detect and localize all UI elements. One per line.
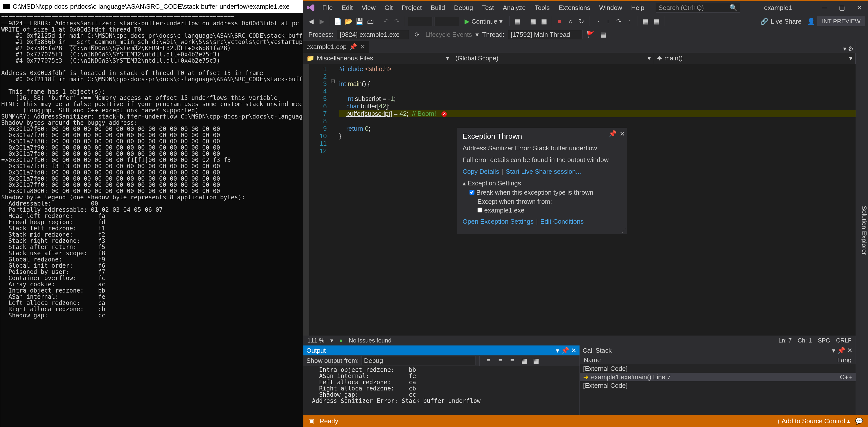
toolbar-btn-4[interactable]: ○ [566, 17, 575, 26]
global-search-input[interactable]: Search (Ctrl+Q) 🔍 [656, 3, 740, 13]
callstack-dropdown-icon[interactable]: ▾ [832, 347, 835, 354]
menu-extensions[interactable]: Extensions [555, 3, 594, 13]
thread-combo[interactable]: [17592] Main Thread [508, 30, 583, 39]
scope-member-combo[interactable]: ◈ main()▾ [654, 53, 856, 64]
menu-help[interactable]: Help [627, 3, 648, 13]
vs-logo-icon[interactable] [303, 0, 318, 15]
callstack-title[interactable]: Call Stack ▾📌✕ [580, 345, 856, 355]
output-body[interactable]: Intra object redzone: bb ASan internal: … [303, 366, 580, 415]
crlf-label[interactable]: CRLF [836, 337, 851, 344]
scope-type-combo[interactable]: (Global Scope)▾ [453, 53, 654, 64]
minimize-button[interactable]: ─ [816, 1, 833, 15]
tab-dropdown-icon[interactable]: ▾ [843, 45, 846, 53]
callstack-row[interactable]: [External Code] [580, 364, 856, 373]
ch-label[interactable]: Ch: 1 [798, 337, 812, 344]
break-checkbox-row[interactable]: Break when this exception type is thrown [469, 189, 593, 196]
scope-project-combo[interactable]: 📁 Miscellaneous Files▾ [303, 53, 453, 64]
notifications-icon[interactable]: 💬 [855, 417, 863, 425]
step-out-button[interactable]: ↑ [625, 17, 634, 26]
nav-forward-button[interactable]: ▶ [317, 17, 327, 26]
maximize-button[interactable]: ▢ [833, 1, 850, 15]
open-button[interactable]: 📂 [344, 17, 353, 26]
restart-button[interactable]: ↻ [577, 17, 586, 26]
ln-label[interactable]: Ln: 7 [778, 337, 792, 344]
menu-build[interactable]: Build [427, 3, 449, 13]
tab-gear-icon[interactable]: ⚙ [848, 45, 854, 53]
step-over-button[interactable]: ↷ [614, 17, 624, 26]
toolbar-btn-6[interactable]: ▦ [652, 17, 661, 26]
output-dropdown-icon[interactable]: ▾ [556, 347, 559, 354]
callstack-pin-icon[interactable]: 📌 [837, 347, 845, 354]
open-exception-settings-link[interactable]: Open Exception Settings [463, 218, 533, 225]
code-editor[interactable]: 123456789101112 - #include <stdio.h> int… [303, 64, 856, 336]
undo-button[interactable]: ↶ [381, 17, 391, 26]
toolbar-btn-1[interactable]: ▦ [513, 17, 522, 26]
menu-view[interactable]: View [358, 3, 380, 13]
start-liveshare-link[interactable]: Start Live Share session... [506, 168, 581, 175]
menu-analyze[interactable]: Analyze [499, 3, 530, 13]
save-button[interactable]: 💾 [355, 17, 364, 26]
platform-combo[interactable] [434, 17, 459, 26]
menu-window[interactable]: Window [595, 3, 626, 13]
step-into-button[interactable]: ↓ [603, 17, 613, 26]
breakpoint-gutter[interactable] [303, 64, 309, 336]
output-btn-2[interactable]: ≡ [496, 356, 505, 365]
menu-git[interactable]: Git [381, 3, 397, 13]
menu-tools[interactable]: Tools [531, 3, 554, 13]
add-source-control[interactable]: ↑ Add to Source Control ▴ [777, 417, 850, 425]
command-prompt-titlebar[interactable]: C:\MSDN\cpp-docs-pr\docs\c-language\ASAN… [0, 0, 303, 13]
menu-debug[interactable]: Debug [450, 3, 477, 13]
feedback-button[interactable]: 👤 [806, 17, 816, 26]
toolbar-btn-3[interactable]: ▦ [539, 17, 549, 26]
flag-button[interactable]: 🚩 [586, 30, 595, 39]
config-combo[interactable] [408, 17, 433, 26]
issues-label[interactable]: No issues found [349, 337, 392, 344]
callstack-close-icon[interactable]: ✕ [847, 347, 852, 354]
save-all-button[interactable]: 🗃 [366, 17, 375, 26]
except-item-row[interactable]: example1.exe [477, 206, 524, 214]
nav-back-button[interactable]: ◀ [306, 17, 316, 26]
zoom-combo[interactable]: 111 % [307, 337, 324, 344]
live-share-button[interactable]: 🔗 Live Share [757, 18, 805, 25]
resize-grip-icon[interactable]: ⋰ [621, 227, 626, 233]
output-btn-5[interactable]: ▦ [531, 356, 541, 365]
break-checkbox[interactable] [469, 190, 474, 195]
process-combo[interactable]: [9824] example1.exe [337, 30, 409, 39]
edit-conditions-link[interactable]: Edit Conditions [540, 218, 584, 225]
close-icon[interactable]: ✕ [619, 130, 625, 138]
callstack-body[interactable]: [External Code] ➜example1.exe!main() Lin… [580, 364, 856, 415]
file-tab-example1[interactable]: example1.cpp 📌 ✕ [303, 41, 369, 53]
close-tab-icon[interactable]: ✕ [360, 43, 366, 51]
redo-button[interactable]: ↷ [392, 17, 402, 26]
output-pin-icon[interactable]: 📌 [561, 347, 569, 354]
fold-gutter[interactable]: - [331, 64, 337, 336]
callstack-header[interactable]: Name Lang [580, 355, 856, 364]
copy-details-link[interactable]: Copy Details [463, 168, 499, 175]
output-btn-3[interactable]: ≡ [507, 356, 517, 365]
toolbar-btn-5[interactable]: ▦ [641, 17, 650, 26]
pin-icon[interactable]: 📌 [609, 130, 617, 138]
output-btn-4[interactable]: ▦ [519, 356, 529, 365]
lifecycle-icon[interactable]: ⟳ [412, 30, 422, 39]
solution-explorer-tab[interactable]: Solution Explorer [860, 206, 868, 255]
callstack-row-active[interactable]: ➜example1.exe!main() Line 7C++ [580, 373, 856, 381]
stack-button[interactable]: ▤ [599, 30, 608, 39]
callstack-row[interactable]: [External Code] [580, 381, 856, 390]
menu-test[interactable]: Test [478, 3, 498, 13]
toolbar-btn-2[interactable]: ▦ [528, 17, 538, 26]
except-item-checkbox[interactable] [477, 207, 483, 212]
pin-tab-icon[interactable]: 📌 [349, 43, 357, 51]
spc-label[interactable]: SPC [818, 337, 830, 344]
error-icon[interactable]: ✕ [441, 111, 447, 117]
menu-project[interactable]: Project [398, 3, 426, 13]
output-btn-1[interactable]: ≡ [484, 356, 493, 365]
continue-button[interactable]: ▶ Continue ▾ [461, 17, 506, 26]
show-next-button[interactable]: → [592, 17, 602, 26]
menu-edit[interactable]: Edit [338, 3, 357, 13]
exception-settings-label[interactable]: Exception Settings [467, 179, 521, 187]
new-project-button[interactable]: 📄 [333, 17, 342, 26]
output-from-combo[interactable]: Debug [361, 356, 475, 365]
cmd-output[interactable]: ========================================… [0, 13, 303, 427]
stop-debug-button[interactable]: ■ [555, 17, 564, 26]
close-button[interactable]: ✕ [850, 1, 868, 15]
